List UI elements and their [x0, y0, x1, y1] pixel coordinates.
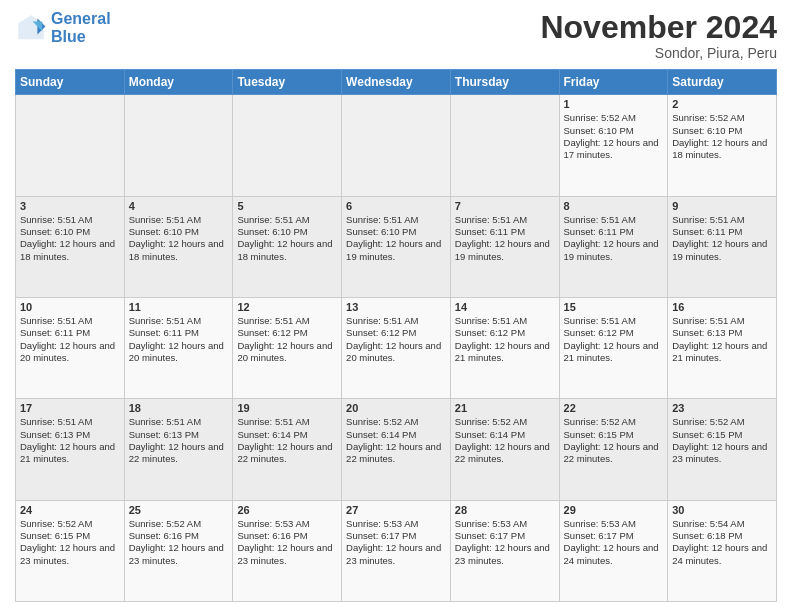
day-info: Sunrise: 5:54 AM	[672, 518, 772, 530]
calendar-cell: 17Sunrise: 5:51 AMSunset: 6:13 PMDayligh…	[16, 399, 125, 500]
calendar-header-row: SundayMondayTuesdayWednesdayThursdayFrid…	[16, 70, 777, 95]
week-row-2: 3Sunrise: 5:51 AMSunset: 6:10 PMDaylight…	[16, 196, 777, 297]
day-info: Sunrise: 5:53 AM	[237, 518, 337, 530]
day-info: Sunrise: 5:52 AM	[346, 416, 446, 428]
day-info: Daylight: 12 hours and 20 minutes.	[346, 340, 446, 365]
day-info: Sunrise: 5:52 AM	[20, 518, 120, 530]
day-info: Daylight: 12 hours and 24 minutes.	[672, 542, 772, 567]
day-header-tuesday: Tuesday	[233, 70, 342, 95]
day-info: Sunrise: 5:52 AM	[129, 518, 229, 530]
day-info: Sunset: 6:18 PM	[672, 530, 772, 542]
day-info: Daylight: 12 hours and 23 minutes.	[455, 542, 555, 567]
day-number: 2	[672, 98, 772, 110]
day-info: Sunset: 6:13 PM	[20, 429, 120, 441]
day-info: Sunrise: 5:51 AM	[20, 315, 120, 327]
day-info: Sunset: 6:11 PM	[455, 226, 555, 238]
day-info: Sunrise: 5:51 AM	[455, 214, 555, 226]
calendar-cell: 16Sunrise: 5:51 AMSunset: 6:13 PMDayligh…	[668, 297, 777, 398]
day-info: Daylight: 12 hours and 21 minutes.	[564, 340, 664, 365]
day-info: Sunset: 6:10 PM	[237, 226, 337, 238]
calendar-cell	[342, 95, 451, 196]
calendar-cell	[124, 95, 233, 196]
logo: General Blue	[15, 10, 111, 45]
day-info: Daylight: 12 hours and 20 minutes.	[237, 340, 337, 365]
day-number: 23	[672, 402, 772, 414]
day-number: 30	[672, 504, 772, 516]
day-header-thursday: Thursday	[450, 70, 559, 95]
week-row-5: 24Sunrise: 5:52 AMSunset: 6:15 PMDayligh…	[16, 500, 777, 601]
day-number: 9	[672, 200, 772, 212]
calendar-cell	[233, 95, 342, 196]
day-number: 1	[564, 98, 664, 110]
day-info: Sunset: 6:10 PM	[564, 125, 664, 137]
week-row-3: 10Sunrise: 5:51 AMSunset: 6:11 PMDayligh…	[16, 297, 777, 398]
day-number: 12	[237, 301, 337, 313]
week-row-1: 1Sunrise: 5:52 AMSunset: 6:10 PMDaylight…	[16, 95, 777, 196]
calendar-cell: 1Sunrise: 5:52 AMSunset: 6:10 PMDaylight…	[559, 95, 668, 196]
calendar-cell: 14Sunrise: 5:51 AMSunset: 6:12 PMDayligh…	[450, 297, 559, 398]
day-info: Sunset: 6:10 PM	[129, 226, 229, 238]
day-number: 16	[672, 301, 772, 313]
day-info: Sunrise: 5:51 AM	[237, 214, 337, 226]
day-info: Sunset: 6:11 PM	[20, 327, 120, 339]
calendar-cell: 25Sunrise: 5:52 AMSunset: 6:16 PMDayligh…	[124, 500, 233, 601]
calendar-cell: 2Sunrise: 5:52 AMSunset: 6:10 PMDaylight…	[668, 95, 777, 196]
day-number: 26	[237, 504, 337, 516]
day-info: Sunrise: 5:51 AM	[455, 315, 555, 327]
day-info: Sunrise: 5:51 AM	[20, 416, 120, 428]
day-info: Sunset: 6:12 PM	[237, 327, 337, 339]
calendar-cell: 23Sunrise: 5:52 AMSunset: 6:15 PMDayligh…	[668, 399, 777, 500]
calendar-cell: 8Sunrise: 5:51 AMSunset: 6:11 PMDaylight…	[559, 196, 668, 297]
day-info: Sunset: 6:12 PM	[564, 327, 664, 339]
calendar-cell: 9Sunrise: 5:51 AMSunset: 6:11 PMDaylight…	[668, 196, 777, 297]
calendar-cell: 28Sunrise: 5:53 AMSunset: 6:17 PMDayligh…	[450, 500, 559, 601]
calendar-cell: 12Sunrise: 5:51 AMSunset: 6:12 PMDayligh…	[233, 297, 342, 398]
day-info: Daylight: 12 hours and 19 minutes.	[346, 238, 446, 263]
week-row-4: 17Sunrise: 5:51 AMSunset: 6:13 PMDayligh…	[16, 399, 777, 500]
day-info: Daylight: 12 hours and 18 minutes.	[20, 238, 120, 263]
calendar-cell: 26Sunrise: 5:53 AMSunset: 6:16 PMDayligh…	[233, 500, 342, 601]
calendar-cell	[16, 95, 125, 196]
day-header-friday: Friday	[559, 70, 668, 95]
logo-icon	[15, 12, 47, 44]
day-info: Daylight: 12 hours and 20 minutes.	[20, 340, 120, 365]
day-info: Daylight: 12 hours and 22 minutes.	[564, 441, 664, 466]
day-number: 18	[129, 402, 229, 414]
day-number: 24	[20, 504, 120, 516]
day-number: 21	[455, 402, 555, 414]
day-info: Sunset: 6:10 PM	[672, 125, 772, 137]
calendar-cell: 11Sunrise: 5:51 AMSunset: 6:11 PMDayligh…	[124, 297, 233, 398]
day-info: Daylight: 12 hours and 22 minutes.	[346, 441, 446, 466]
day-info: Sunset: 6:15 PM	[564, 429, 664, 441]
calendar-cell: 20Sunrise: 5:52 AMSunset: 6:14 PMDayligh…	[342, 399, 451, 500]
day-info: Daylight: 12 hours and 21 minutes.	[672, 340, 772, 365]
day-number: 6	[346, 200, 446, 212]
calendar-cell: 19Sunrise: 5:51 AMSunset: 6:14 PMDayligh…	[233, 399, 342, 500]
calendar-cell	[450, 95, 559, 196]
day-info: Sunset: 6:17 PM	[564, 530, 664, 542]
day-number: 28	[455, 504, 555, 516]
calendar-table: SundayMondayTuesdayWednesdayThursdayFrid…	[15, 69, 777, 602]
day-info: Sunset: 6:16 PM	[237, 530, 337, 542]
day-info: Daylight: 12 hours and 19 minutes.	[455, 238, 555, 263]
header: General Blue November 2024 Sondor, Piura…	[15, 10, 777, 61]
day-number: 7	[455, 200, 555, 212]
day-header-monday: Monday	[124, 70, 233, 95]
day-info: Sunrise: 5:52 AM	[672, 416, 772, 428]
day-info: Daylight: 12 hours and 20 minutes.	[129, 340, 229, 365]
day-info: Sunrise: 5:53 AM	[346, 518, 446, 530]
day-info: Sunset: 6:14 PM	[455, 429, 555, 441]
calendar-cell: 10Sunrise: 5:51 AMSunset: 6:11 PMDayligh…	[16, 297, 125, 398]
day-number: 15	[564, 301, 664, 313]
day-number: 11	[129, 301, 229, 313]
day-info: Daylight: 12 hours and 23 minutes.	[346, 542, 446, 567]
calendar-cell: 13Sunrise: 5:51 AMSunset: 6:12 PMDayligh…	[342, 297, 451, 398]
title-area: November 2024 Sondor, Piura, Peru	[540, 10, 777, 61]
calendar-cell: 30Sunrise: 5:54 AMSunset: 6:18 PMDayligh…	[668, 500, 777, 601]
day-info: Daylight: 12 hours and 19 minutes.	[672, 238, 772, 263]
calendar-cell: 6Sunrise: 5:51 AMSunset: 6:10 PMDaylight…	[342, 196, 451, 297]
day-number: 20	[346, 402, 446, 414]
day-info: Sunrise: 5:52 AM	[564, 112, 664, 124]
logo-text: General Blue	[51, 10, 111, 45]
day-info: Daylight: 12 hours and 18 minutes.	[129, 238, 229, 263]
